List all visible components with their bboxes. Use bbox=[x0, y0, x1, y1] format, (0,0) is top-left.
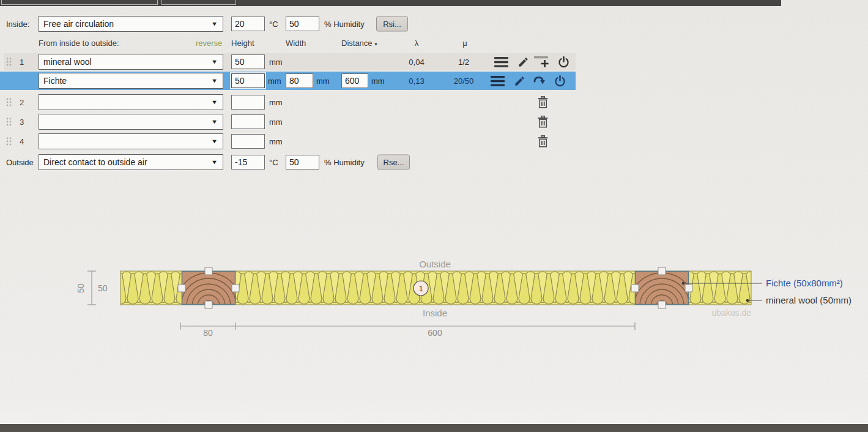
width-dimension-line bbox=[180, 322, 635, 330]
diagram-inside-label: Inside bbox=[423, 308, 447, 318]
layer-marker-number: 1 bbox=[418, 284, 423, 293]
wool-callout-label: mineral wool (50mm) bbox=[766, 295, 851, 305]
wool-callout: mineral wool (50mm) bbox=[746, 295, 851, 305]
height-dimension-value: 50 bbox=[98, 283, 108, 293]
stud-width-dimension: 80 bbox=[203, 328, 213, 338]
ubakus-u-value-calculator: Inside: Free air circulation ▼ °C % Humi… bbox=[0, 0, 868, 432]
diagram-outside-label: Outside bbox=[419, 259, 451, 269]
stud-spacing-dimension: 600 bbox=[428, 328, 442, 338]
height-dimension-rotated: 50 bbox=[76, 283, 86, 293]
stud-callout-label[interactable]: Fichte (50x80mm²) bbox=[766, 278, 843, 288]
layer-marker[interactable]: 1 bbox=[414, 281, 428, 296]
wall-cross-section-diagram: Outside Inside bbox=[0, 0, 868, 432]
watermark: ubakus.de bbox=[711, 308, 751, 318]
height-dimension-line bbox=[87, 271, 96, 305]
